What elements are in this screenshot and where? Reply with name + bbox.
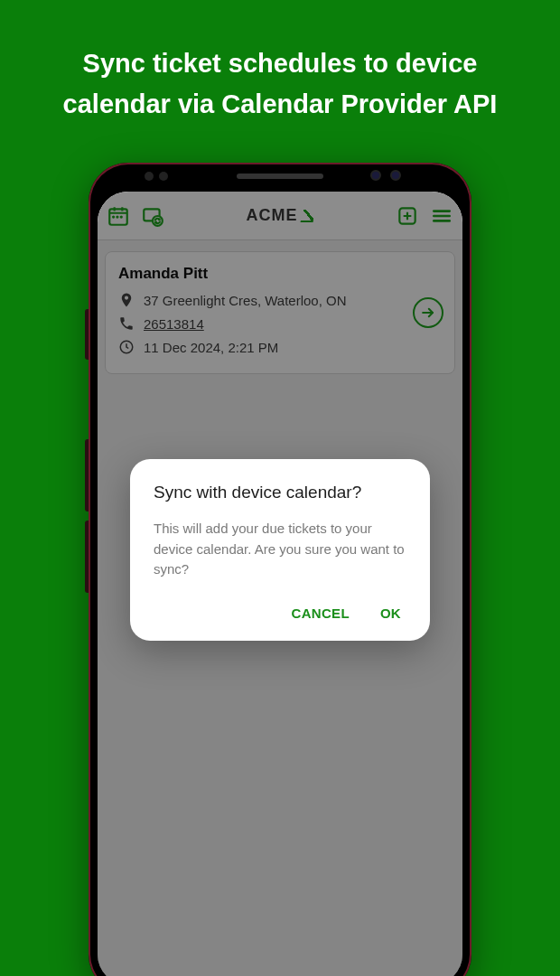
- phone-speaker-bar: [237, 174, 323, 179]
- phone-side-button: [85, 309, 89, 360]
- phone-frame: ACME Amanda Pitt: [89, 163, 471, 976]
- ok-button[interactable]: OK: [380, 605, 401, 621]
- phone-camera: [370, 170, 381, 181]
- dialog-body: This will add your due tickets to your d…: [154, 519, 406, 580]
- phone-side-button: [85, 439, 89, 511]
- phone-camera: [390, 170, 401, 181]
- dialog-actions: CANCEL OK: [154, 605, 406, 628]
- phone-sensor: [145, 172, 154, 181]
- phone-speaker: [237, 174, 323, 179]
- sync-dialog: Sync with device calendar? This will add…: [130, 459, 430, 641]
- cancel-button[interactable]: CANCEL: [292, 605, 350, 621]
- dialog-title: Sync with device calendar?: [154, 483, 406, 502]
- phone-side-button: [85, 521, 89, 593]
- phone-sensor: [159, 172, 168, 181]
- phone-screen: ACME Amanda Pitt: [98, 192, 462, 976]
- page-headline: Sync ticket schedules to device calendar…: [0, 0, 560, 125]
